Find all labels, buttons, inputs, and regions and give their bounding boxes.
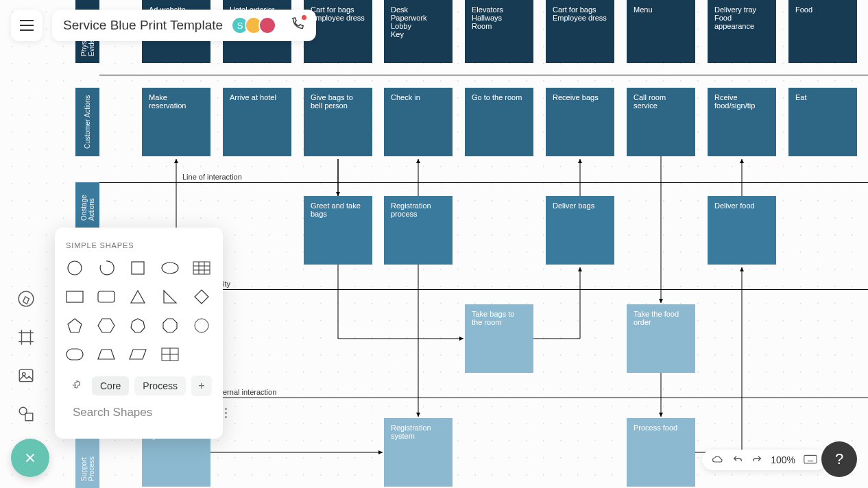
more-icon[interactable] <box>225 408 227 418</box>
svg-rect-24 <box>25 413 33 421</box>
card-text: Eat <box>795 93 807 101</box>
card-customer-2[interactable]: Give bags to bell person <box>304 88 372 156</box>
svg-rect-28 <box>132 262 144 274</box>
shape-pentagon[interactable] <box>66 317 84 334</box>
pin-icon[interactable] <box>66 376 86 396</box>
card-physical-8[interactable]: Food <box>788 0 857 63</box>
card-support-3[interactable]: Registration system <box>384 418 453 487</box>
shape-circle[interactable] <box>66 259 84 277</box>
card-onstage-7[interactable]: Deliver food <box>708 196 776 265</box>
card-customer-0[interactable]: Make reservation <box>142 88 210 156</box>
card-physical-4[interactable]: Elevators Hallways Room <box>465 0 533 63</box>
card-text: Key <box>391 30 446 38</box>
card-text: Menu <box>634 5 688 14</box>
help-button[interactable]: ? <box>821 441 857 477</box>
shape-rounded-rect[interactable] <box>97 288 115 306</box>
shape-diamond[interactable] <box>193 288 210 306</box>
shape-rect[interactable] <box>66 288 84 306</box>
call-button[interactable] <box>290 16 305 34</box>
card-text: Give bags to bell person <box>311 93 353 110</box>
image-icon[interactable] <box>14 363 38 388</box>
card-text: Go to the room <box>472 93 522 101</box>
card-text: Employee dress <box>553 14 607 22</box>
card-text: Desk <box>391 5 446 14</box>
card-onstage-3[interactable]: Registration process <box>384 196 453 265</box>
svg-rect-30 <box>193 262 210 274</box>
frame-icon[interactable] <box>14 325 38 350</box>
card-text: Take bags to the room <box>472 310 514 326</box>
tab-core[interactable]: Core <box>92 376 129 395</box>
keyboard-icon[interactable] <box>804 454 817 465</box>
card-text: Process food <box>634 424 677 432</box>
card-text: Call room service <box>634 93 666 110</box>
zoom-level[interactable]: 100% <box>771 454 795 465</box>
shapes-icon[interactable] <box>14 402 38 426</box>
line-visibility-label: ity <box>223 280 230 288</box>
card-onstage-2[interactable]: Greet and take bags <box>304 196 372 265</box>
shape-table[interactable] <box>193 259 210 277</box>
search-shapes-input[interactable] <box>73 406 218 419</box>
shape-ellipse[interactable] <box>161 259 179 277</box>
shape-right-triangle[interactable] <box>161 288 179 306</box>
card-support-6[interactable]: Process food <box>627 418 695 487</box>
svg-point-37 <box>195 319 208 332</box>
shape-arc[interactable] <box>97 259 115 277</box>
tab-process[interactable]: Process <box>134 376 186 395</box>
shape-circle-thin[interactable] <box>193 317 210 334</box>
card-physical-7[interactable]: Delivery tray Food appearance <box>708 0 776 63</box>
shape-heptagon[interactable] <box>129 317 147 334</box>
card-text: Deliver food <box>714 202 755 210</box>
redo-icon[interactable] <box>751 454 762 465</box>
shape-parallelogram[interactable] <box>129 345 147 363</box>
card-physical-5[interactable]: Cart for bags Employee dress <box>546 0 614 63</box>
row-label-support: Support Process <box>75 435 99 488</box>
card-customer-4[interactable]: Go to the room <box>465 88 533 156</box>
card-text: Employee dress <box>311 14 365 22</box>
card-onstage-5[interactable]: Deliver bags <box>546 196 614 265</box>
bottom-controls: 100% <box>702 450 827 470</box>
card-customer-3[interactable]: Check in <box>384 88 453 156</box>
svg-rect-35 <box>67 291 83 302</box>
shape-rounded[interactable] <box>66 345 84 363</box>
card-customer-6[interactable]: Call room service <box>627 88 695 156</box>
card-physical-3[interactable]: Desk Paperwork Lobby Key <box>384 0 453 63</box>
svg-rect-21 <box>19 369 33 381</box>
svg-point-27 <box>68 261 82 275</box>
card-text: Make reservation <box>149 93 186 110</box>
tab-add[interactable]: + <box>191 376 212 396</box>
menu-button[interactable] <box>11 10 43 41</box>
card-text: Registration process <box>391 202 431 218</box>
shape-octagon[interactable] <box>161 317 179 334</box>
card-text: Food <box>795 5 850 14</box>
card-backstage-4[interactable]: Take bags to the room <box>465 304 533 373</box>
line-interaction-label: Line of interaction <box>182 173 242 181</box>
card-backstage-6[interactable]: Take the food order <box>627 304 695 373</box>
card-physical-6[interactable]: Menu <box>627 0 695 63</box>
avatar[interactable] <box>258 16 276 34</box>
card-customer-7[interactable]: Rceive food/sign/tip <box>708 88 776 156</box>
close-fab[interactable] <box>11 439 49 477</box>
shapes-panel: SIMPLE SHAPES Core Process + <box>55 228 223 439</box>
title-bar: Service Blue Print Template S <box>52 10 316 41</box>
card-customer-1[interactable]: Arrive at hotel <box>223 88 291 156</box>
document-title[interactable]: Service Blue Print Template <box>63 18 223 33</box>
row-label-onstage: Onstage Actions <box>75 182 99 228</box>
card-text: Paperwork <box>391 14 446 22</box>
shape-trapezoid[interactable] <box>97 345 115 363</box>
card-text: Hallways <box>472 14 527 22</box>
svg-rect-38 <box>67 349 83 360</box>
panel-title: SIMPLE SHAPES <box>66 241 212 249</box>
card-customer-8[interactable]: Eat <box>788 88 857 156</box>
collaborators[interactable]: S <box>231 16 276 34</box>
compass-icon[interactable] <box>14 286 38 311</box>
shape-square[interactable] <box>129 259 147 277</box>
card-customer-5[interactable]: Receive bags <box>546 88 614 156</box>
line-internal-label: ernal interaction <box>223 388 276 396</box>
undo-icon[interactable] <box>732 454 743 465</box>
card-text: Greet and take bags <box>311 202 361 218</box>
shape-triangle[interactable] <box>129 288 147 306</box>
svg-point-29 <box>162 263 178 273</box>
shape-hexagon[interactable] <box>97 317 115 334</box>
cloud-icon[interactable] <box>712 454 724 466</box>
shape-grid[interactable] <box>161 345 179 363</box>
